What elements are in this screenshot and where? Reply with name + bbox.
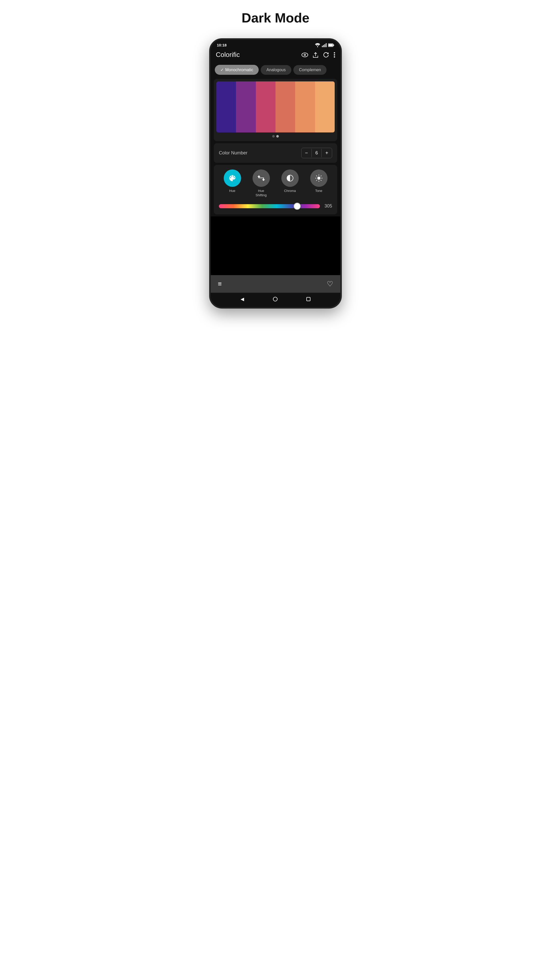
share-icon[interactable] <box>313 52 318 58</box>
svg-point-14 <box>318 177 321 180</box>
tab-analogous[interactable]: Analogous <box>261 65 291 75</box>
chroma-icon <box>286 174 294 182</box>
svg-point-12 <box>334 54 335 56</box>
list-icon[interactable]: ≡ <box>218 280 222 288</box>
chroma-label: Chroma <box>284 189 295 193</box>
nav-back-btn[interactable]: ◀ <box>241 296 244 302</box>
svg-line-20 <box>321 180 321 181</box>
slider-row: 305 <box>218 203 333 210</box>
bottom-nav-bar: ≡ ♡ <box>211 275 340 293</box>
hue-slider[interactable] <box>219 203 320 210</box>
control-hue-shifting[interactable]: Hue Shifting <box>252 169 270 197</box>
wifi-icon <box>315 43 321 47</box>
svg-point-11 <box>334 52 335 53</box>
svg-rect-3 <box>324 44 325 47</box>
control-tone[interactable]: Tone <box>310 169 327 193</box>
swatch-3[interactable] <box>256 81 275 132</box>
color-number-label: Color Number <box>219 150 248 156</box>
color-swatches[interactable] <box>216 81 335 132</box>
hue-shifting-label: Hue Shifting <box>256 189 267 197</box>
page-title: Dark Mode <box>241 10 310 25</box>
control-chroma[interactable]: Chroma <box>281 169 299 193</box>
nav-home-btn[interactable] <box>273 297 278 301</box>
tabs-row: ✓ Monochromatic Analogous Complemen <box>211 63 340 78</box>
hue-label: Hue <box>229 189 235 193</box>
pagination-dots <box>216 132 335 138</box>
tone-icon <box>315 174 323 182</box>
dot-1[interactable] <box>272 135 275 138</box>
more-icon[interactable] <box>333 52 335 58</box>
control-buttons-row: Hue Hue Shifting Chro <box>218 169 333 197</box>
stepper-minus-btn[interactable]: − <box>302 148 312 158</box>
palette-icon <box>228 174 237 182</box>
svg-line-21 <box>321 176 321 177</box>
swatch-4[interactable] <box>275 81 295 132</box>
svg-rect-2 <box>323 45 324 47</box>
chroma-circle[interactable] <box>281 169 299 187</box>
svg-point-10 <box>304 54 305 56</box>
eye-icon[interactable] <box>302 52 308 57</box>
refresh-icon[interactable] <box>323 52 329 58</box>
checkmark-icon: ✓ <box>221 67 224 72</box>
tab-monochromatic[interactable]: ✓ Monochromatic <box>215 65 259 75</box>
svg-point-0 <box>317 46 318 47</box>
arrows-icon <box>257 175 265 181</box>
stepper-value: 6 <box>311 149 322 157</box>
battery-icon <box>328 43 334 47</box>
svg-rect-7 <box>329 44 333 46</box>
app-bar: Colorific <box>211 48 340 63</box>
android-nav-bar: ◀ <box>211 293 340 307</box>
swatch-5[interactable] <box>295 81 315 132</box>
page-title-container: Dark Mode <box>241 10 310 38</box>
svg-rect-6 <box>333 45 334 46</box>
signal-icon <box>322 43 327 47</box>
svg-rect-4 <box>326 43 327 47</box>
color-number-card: Color Number − 6 + <box>214 143 337 163</box>
hue-slider-thumb[interactable] <box>294 203 301 210</box>
app-bar-title: Colorific <box>216 51 240 59</box>
swatch-1[interactable] <box>216 81 236 132</box>
app-bar-icons <box>302 52 335 58</box>
black-fill-area <box>211 216 340 275</box>
heart-icon[interactable]: ♡ <box>327 280 333 288</box>
tone-label: Tone <box>315 189 322 193</box>
dot-2[interactable] <box>276 135 279 138</box>
palette-card <box>214 79 337 141</box>
svg-line-19 <box>316 176 317 177</box>
svg-point-13 <box>334 56 335 57</box>
status-bar: 10:18 <box>211 40 340 48</box>
swatch-6[interactable] <box>315 81 335 132</box>
nav-recents-btn[interactable] <box>306 297 310 301</box>
stepper-plus-btn[interactable]: + <box>322 148 332 158</box>
phone-frame: 10:18 Colorific <box>209 38 342 309</box>
color-number-stepper: − 6 + <box>301 148 332 158</box>
hue-circle[interactable] <box>224 169 241 187</box>
tab-complementary[interactable]: Complemen <box>293 65 327 75</box>
svg-line-22 <box>316 180 317 181</box>
control-hue[interactable]: Hue <box>224 169 241 193</box>
swatch-2[interactable] <box>236 81 256 132</box>
status-time: 10:18 <box>217 43 227 47</box>
controls-card: Hue Hue Shifting Chro <box>214 165 337 215</box>
hue-slider-track <box>219 204 320 208</box>
slider-value: 305 <box>323 204 332 209</box>
status-icons <box>315 43 334 47</box>
tone-circle[interactable] <box>310 169 327 187</box>
svg-rect-1 <box>322 46 323 47</box>
hue-shifting-circle[interactable] <box>252 169 270 187</box>
